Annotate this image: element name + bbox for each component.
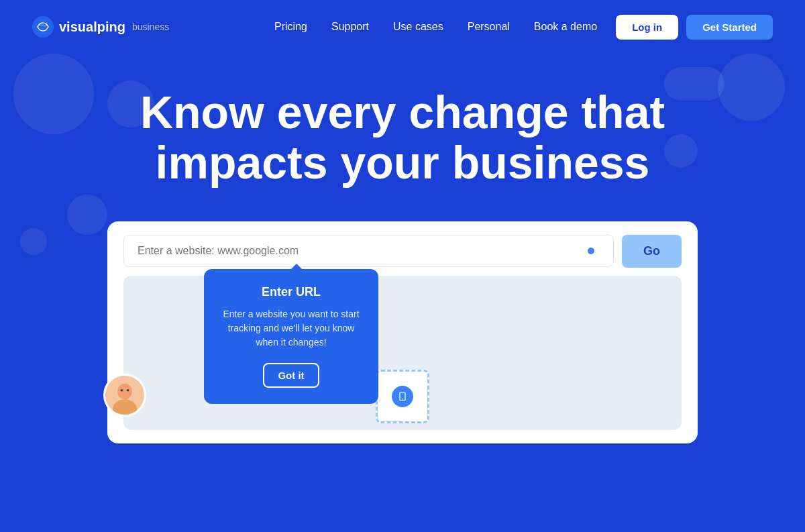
url-input[interactable] [123,235,614,267]
hero-section: Know every change that impacts your busi… [0,54,805,443]
tooltip-body: Enter a website you want to start tracki… [223,307,360,350]
phone-icon [392,386,413,407]
avatar [103,374,146,417]
nav-link-personal[interactable]: Personal [468,21,510,33]
nav-link-use-cases[interactable]: Use cases [393,21,443,33]
preview-area: Enter URL Enter a website you want to st… [123,276,682,430]
nav-links: Pricing Support Use cases Personal Book … [274,21,597,33]
go-button[interactable]: Go [622,235,682,268]
nav-actions: Log in Get Started [616,15,773,40]
phone-mockup [376,370,429,423]
get-started-button[interactable]: Get Started [686,15,773,40]
input-indicator-dot [588,248,594,254]
login-button[interactable]: Log in [616,15,678,40]
logo-sub: business [132,21,169,32]
search-card: Go Enter URL Enter a website you want to… [107,221,698,443]
hero-title: Know every change that impacts your busi… [101,87,704,188]
tooltip-arrow [291,264,302,269]
nav-link-pricing[interactable]: Pricing [274,21,307,33]
got-it-button[interactable]: Got it [263,363,319,388]
nav-link-book-demo[interactable]: Book a demo [534,21,597,33]
logo[interactable]: visualping business [32,16,169,38]
svg-point-4 [127,389,129,392]
tooltip-popup: Enter URL Enter a website you want to st… [204,269,378,404]
svg-point-3 [121,389,123,392]
tooltip-title: Enter URL [223,285,360,299]
navbar: visualping business Pricing Support Use … [0,0,805,54]
svg-point-1 [117,383,132,399]
logo-text: visualping [59,19,125,35]
svg-point-5 [402,398,403,400]
nav-link-support[interactable]: Support [331,21,369,33]
logo-icon [32,16,54,38]
